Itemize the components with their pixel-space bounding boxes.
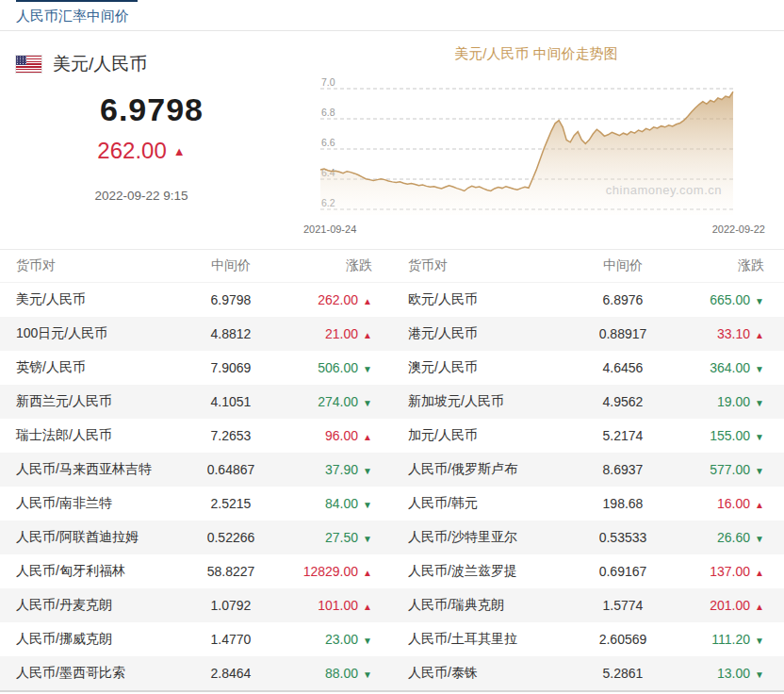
mid-price-cell: 0.69167 (570, 564, 676, 579)
table-row[interactable]: 人民币/南非兰特2.521584.00▼ (0, 487, 392, 520)
change-value: 101.00 (318, 598, 358, 613)
col-header-pair: 货币对 (16, 257, 178, 274)
change-cell: 12829.00▲ (284, 564, 372, 579)
mid-price-cell: 0.88917 (570, 326, 676, 341)
change-cell: 577.00▼ (676, 462, 764, 477)
change-down-icon: ▼ (363, 669, 372, 680)
rates-table-left: 货币对 中间价 涨跌 美元/人民币6.9798262.00▲100日元/人民币4… (0, 250, 392, 690)
change-value: 84.00 (325, 496, 358, 511)
mid-price-cell: 58.8227 (178, 564, 284, 579)
mid-price-cell: 4.6456 (570, 360, 676, 375)
change-value: 364.00 (710, 360, 750, 375)
mid-price-cell: 5.2174 (570, 428, 676, 443)
change-down-icon: ▼ (755, 364, 764, 374)
table-row[interactable]: 澳元/人民币4.6456364.00▼ (392, 351, 784, 385)
change-up-icon: ▲ (755, 500, 764, 510)
change-cell: 88.00▼ (284, 666, 372, 681)
change-cell: 27.50▼ (284, 530, 372, 545)
change-up-icon: ▲ (755, 602, 764, 612)
page-title[interactable]: 人民币汇率中间价 (16, 8, 129, 25)
x-axis-end-label: 2022-09-22 (712, 223, 765, 235)
table-row[interactable]: 人民币/阿联酋迪拉姆0.5226627.50▼ (0, 520, 392, 554)
change-value: 155.00 (710, 428, 750, 443)
rates-table-right: 货币对 中间价 涨跌 欧元/人民币6.8976665.00▼港元/人民币0.88… (392, 250, 784, 690)
table-row[interactable]: 港元/人民币0.8891733.10▲ (392, 317, 784, 351)
mid-price-cell: 0.64867 (178, 462, 284, 477)
change-value: 27.50 (325, 530, 358, 545)
change-cell: 506.00▼ (284, 360, 372, 375)
table-row[interactable]: 人民币/泰铢5.286113.00▼ (392, 656, 784, 690)
change-down-icon: ▼ (363, 500, 372, 510)
change-value: 111.20 (711, 632, 750, 647)
price-change-value: 262.00 (97, 138, 166, 163)
change-cell: 84.00▼ (284, 496, 372, 511)
change-cell: 16.00▲ (676, 496, 764, 511)
price-change: 262.00▲ (0, 138, 283, 164)
table-row[interactable]: 人民币/土耳其里拉2.60569111.20▼ (392, 622, 784, 656)
pair-cell: 新西兰元/人民币 (16, 393, 178, 410)
change-cell: 137.00▲ (676, 564, 764, 579)
pair-cell: 100日元/人民币 (16, 325, 178, 342)
table-header-row: 货币对 中间价 涨跌 (392, 250, 784, 283)
pair-cell: 加元/人民币 (408, 427, 570, 444)
change-down-icon: ▼ (363, 534, 372, 544)
table-row[interactable]: 人民币/俄罗斯卢布8.6937577.00▼ (392, 453, 784, 487)
mid-price-cell: 7.9069 (178, 360, 284, 375)
table-row[interactable]: 瑞士法郎/人民币7.265396.00▲ (0, 419, 392, 453)
svg-text:7.0: 7.0 (321, 76, 335, 88)
change-value: 21.00 (325, 326, 358, 341)
change-down-icon: ▼ (363, 636, 372, 646)
change-down-icon: ▼ (363, 364, 372, 374)
table-row[interactable]: 新加坡元/人民币4.956219.00▼ (392, 385, 784, 419)
change-cell: 111.20▼ (676, 632, 764, 647)
table-row[interactable]: 人民币/丹麦克朗1.0792101.00▲ (0, 588, 392, 622)
mid-price-value: 6.9798 (6, 91, 298, 128)
change-value: 23.00 (325, 632, 358, 647)
change-value: 201.00 (710, 598, 750, 613)
trend-chart: 美元/人民币 中间价走势图 7.06.86.66.46.2 2021-09-24… (303, 43, 769, 235)
mid-price-cell: 8.6937 (570, 462, 676, 477)
table-row[interactable]: 加元/人民币5.2174155.00▼ (392, 419, 784, 453)
table-row[interactable]: 人民币/瑞典克朗1.5774201.00▲ (392, 588, 784, 622)
table-row[interactable]: 人民币/马来西亚林吉特0.6486737.90▼ (0, 453, 392, 487)
change-value: 26.60 (717, 530, 750, 545)
change-cell: 201.00▲ (676, 598, 764, 613)
pair-cell: 人民币/南非兰特 (16, 495, 178, 512)
table-row[interactable]: 人民币/沙特里亚尔0.5353326.60▼ (392, 520, 784, 554)
table-row[interactable]: 人民币/韩元198.6816.00▲ (392, 487, 784, 520)
change-value: 16.00 (717, 496, 750, 511)
table-row[interactable]: 100日元/人民币4.881221.00▲ (0, 317, 392, 351)
active-tab-indicator (16, 0, 138, 2)
table-row[interactable]: 英镑/人民币7.9069506.00▼ (0, 351, 392, 385)
table-header-row: 货币对 中间价 涨跌 (0, 250, 392, 283)
table-row[interactable]: 欧元/人民币6.8976665.00▼ (392, 283, 784, 317)
change-value: 137.00 (710, 564, 750, 579)
pair-cell: 人民币/沙特里亚尔 (408, 529, 570, 546)
change-value: 96.00 (325, 428, 358, 443)
pair-cell: 人民币/瑞典克朗 (408, 597, 570, 614)
table-row[interactable]: 人民币/挪威克朗1.477023.00▼ (0, 622, 392, 656)
table-row[interactable]: 人民币/匈牙利福林58.822712829.00▲ (0, 554, 392, 588)
mid-price-cell: 2.60569 (570, 632, 676, 647)
svg-text:6.8: 6.8 (321, 107, 335, 118)
table-row[interactable]: 新西兰元/人民币4.1051274.00▼ (0, 385, 392, 419)
pair-cell: 人民币/匈牙利福林 (16, 563, 178, 580)
table-row[interactable]: 人民币/墨西哥比索2.846488.00▼ (0, 656, 392, 690)
mid-price-cell: 0.52266 (178, 530, 284, 545)
pair-cell: 人民币/波兰兹罗提 (408, 563, 570, 580)
change-down-icon: ▼ (363, 466, 372, 476)
change-value: 12829.00 (303, 564, 358, 579)
mid-price-cell: 6.9798 (178, 292, 284, 307)
table-row[interactable]: 美元/人民币6.9798262.00▲ (0, 283, 392, 317)
change-cell: 101.00▲ (284, 598, 372, 613)
mid-price-cell: 198.68 (570, 496, 676, 511)
mid-price-cell: 4.9562 (570, 394, 676, 409)
change-cell: 37.90▼ (284, 462, 372, 477)
mid-price-cell: 4.8812 (178, 326, 284, 341)
col-header-mid: 中间价 (570, 257, 676, 274)
change-value: 13.00 (717, 666, 750, 681)
page-header: 人民币汇率中间价 (0, 0, 784, 31)
table-row[interactable]: 人民币/波兰兹罗提0.69167137.00▲ (392, 554, 784, 588)
change-down-icon: ▼ (755, 296, 764, 306)
trend-chart-plot: 7.06.86.66.46.2 (307, 66, 741, 223)
